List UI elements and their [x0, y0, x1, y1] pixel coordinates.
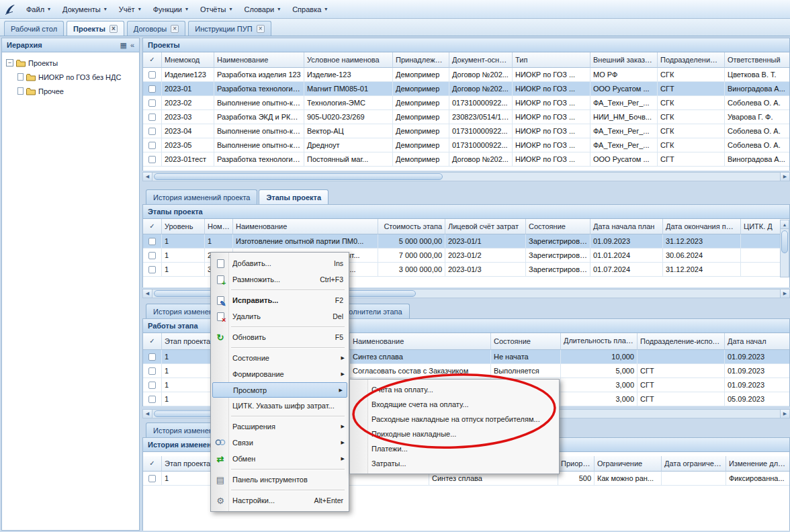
grid-cell[interactable]: Соболева О. А.: [725, 96, 789, 110]
grid-cell[interactable]: Разработка технологии и...: [214, 152, 304, 167]
grid-cell[interactable]: Магнит ПМ085-01: [304, 82, 393, 96]
column-header[interactable]: Изменение длите...: [726, 456, 789, 472]
grid-cell[interactable]: Уварова Г. Ф.: [725, 110, 789, 124]
scrollbar-track[interactable]: [152, 173, 780, 180]
grid-cell[interactable]: Технология-ЭМС: [304, 96, 393, 110]
grid-cell[interactable]: СГТ: [638, 378, 725, 392]
grid-cell[interactable]: 30.06.2024: [663, 249, 741, 263]
column-header[interactable]: Наименование: [350, 333, 491, 350]
menu-item[interactable]: Приходные накладные...: [350, 427, 559, 441]
grid-cell[interactable]: Виноградова А...: [725, 152, 789, 167]
grid-cell[interactable]: ООО Русатом ...: [590, 82, 658, 96]
grid-cell[interactable]: Разработка изделия 123: [214, 68, 304, 82]
column-header[interactable]: Документ-основан: [449, 52, 513, 68]
row-checkbox[interactable]: [148, 266, 156, 273]
scrollbar-thumb[interactable]: [781, 230, 788, 253]
grid-cell[interactable]: Выполнение опытно-конс...: [214, 124, 304, 138]
menubar-item[interactable]: Отчёты▾: [194, 3, 238, 16]
grid-cell[interactable]: 2023-05: [162, 138, 214, 152]
projects-hscrollbar[interactable]: ◀ ▶: [142, 172, 790, 181]
scroll-left-icon[interactable]: ◀: [143, 173, 152, 181]
grid-cell[interactable]: Постоянный маг...: [304, 152, 393, 167]
window-tab[interactable]: Договоры×: [127, 21, 185, 36]
row-checkbox[interactable]: [148, 85, 156, 93]
menu-item[interactable]: Расширения▶: [211, 418, 349, 435]
menu-item[interactable]: Расходные накладные на отпуск потребител…: [350, 412, 559, 427]
menu-item[interactable]: ⇄Обмен▶: [211, 451, 349, 467]
select-all-header[interactable]: ✓: [143, 456, 162, 472]
grid-cell[interactable]: Согласовать состав с Заказчиком: [350, 364, 491, 378]
grid-cell[interactable]: Цветкова В. Т.: [725, 68, 789, 82]
grid-cell[interactable]: 5,000: [561, 364, 638, 378]
select-all-header[interactable]: ✓: [143, 219, 162, 234]
column-header[interactable]: Подразделение-от: [658, 52, 725, 68]
close-tab-icon[interactable]: ×: [109, 25, 118, 33]
grid-cell[interactable]: СГТ: [658, 152, 725, 167]
menu-item[interactable]: Связи▶: [211, 435, 349, 451]
table-row[interactable]: 2023-01Разработка технологии и...Магнит …: [143, 82, 789, 96]
menu-item[interactable]: Формирование▶: [211, 366, 349, 382]
grid-cell[interactable]: 7 000 000,00: [378, 249, 445, 263]
grid-cell[interactable]: СГК: [658, 110, 725, 124]
row-checkbox[interactable]: [148, 142, 156, 149]
grid-cell[interactable]: СГК: [658, 68, 725, 82]
menu-item[interactable]: Добавить...Ins: [211, 255, 349, 271]
grid-cell[interactable]: Договор №202...: [449, 82, 513, 96]
tree-item[interactable]: Прочее: [2, 84, 139, 98]
tree-item[interactable]: НИОКР по ГОЗ без НДС: [2, 70, 139, 84]
row-checkbox[interactable]: [148, 252, 156, 259]
column-header[interactable]: Дата начала план: [590, 219, 663, 234]
scrollbar-thumb[interactable]: [154, 173, 443, 180]
grid-cell[interactable]: Разработка технологии и...: [214, 82, 304, 96]
row-checkbox[interactable]: [148, 99, 156, 107]
scroll-right-icon[interactable]: ▶: [780, 410, 789, 418]
column-header[interactable]: Дата начал: [725, 333, 789, 350]
menu-item[interactable]: Платежи...: [350, 441, 559, 456]
window-tab[interactable]: Инструкции ПУП×: [188, 21, 271, 36]
table-row[interactable]: 2023-01тестРазработка технологии и...Пос…: [143, 152, 789, 167]
grid-cell[interactable]: Изделие-123: [304, 68, 393, 82]
scroll-right-icon[interactable]: ▶: [780, 173, 789, 181]
grid-cell[interactable]: СГТ: [638, 392, 725, 406]
menu-item[interactable]: Просмотр▶: [212, 382, 347, 398]
menu-item[interactable]: Входящие счета на оплату...: [350, 397, 559, 412]
collapse-sidebar-icon[interactable]: «: [130, 42, 134, 49]
grid-cell[interactable]: 1: [162, 234, 205, 249]
column-header[interactable]: Состояние: [491, 333, 561, 350]
grid-cell[interactable]: НИИ_НМ_Бочв...: [590, 110, 658, 124]
table-row[interactable]: 2023-02Выполнение опытно-конс...Технолог…: [143, 96, 789, 110]
tree-collapse-icon[interactable]: −: [6, 59, 13, 66]
grid-cell[interactable]: СГТ: [638, 364, 725, 378]
grid-cell[interactable]: НИОКР по ГОЗ ...: [513, 96, 590, 110]
grid-cell[interactable]: 10,000: [561, 350, 638, 364]
grid-cell[interactable]: 1: [162, 249, 205, 263]
stages-vscrollbar[interactable]: ▲: [780, 220, 789, 277]
column-header[interactable]: Ограничение: [595, 456, 662, 472]
grid-cell[interactable]: Фиксированна...: [726, 472, 789, 486]
column-header[interactable]: Номер: [205, 219, 233, 234]
menu-item[interactable]: Счета на оплату...: [350, 382, 559, 397]
grid-cell[interactable]: 2023-01тест: [162, 152, 214, 167]
grid-cell[interactable]: 31.12.2024: [663, 263, 741, 277]
grid-cell[interactable]: Договор №202...: [449, 68, 513, 82]
grid-cell[interactable]: Дредноут: [304, 138, 393, 152]
tree-item[interactable]: −Проекты: [2, 56, 139, 70]
grid-cell[interactable]: Демопример: [393, 82, 449, 96]
grid-cell[interactable]: Выполнение опытно-конс...: [214, 138, 304, 152]
column-header[interactable]: Ответственный: [725, 52, 789, 68]
grid-cell[interactable]: Как можно ран...: [595, 472, 662, 486]
grid-cell[interactable]: 01.01.2024: [590, 249, 663, 263]
grid-cell[interactable]: 2023-01/1: [445, 234, 526, 249]
column-header[interactable]: Мнемокод: [162, 52, 214, 68]
grid-cell[interactable]: 905-U020-23/269: [304, 110, 393, 124]
column-header[interactable]: Наименование: [233, 219, 378, 234]
column-header[interactable]: Подразделение-исполнитель..: [638, 333, 725, 350]
grid-cell[interactable]: ФА_Техн_Рег_...: [590, 138, 658, 152]
grid-cell[interactable]: Демопример: [393, 110, 449, 124]
grid-cell[interactable]: 2023-04: [162, 124, 214, 138]
scroll-left-icon[interactable]: ◀: [143, 290, 152, 298]
grid-view-icon[interactable]: ▦: [120, 42, 126, 49]
grid-cell[interactable]: 3 000 000,00: [378, 263, 445, 277]
column-header[interactable]: Длительность план▼: [561, 333, 638, 350]
grid-cell[interactable]: ФА_Техн_Рег_...: [590, 124, 658, 138]
